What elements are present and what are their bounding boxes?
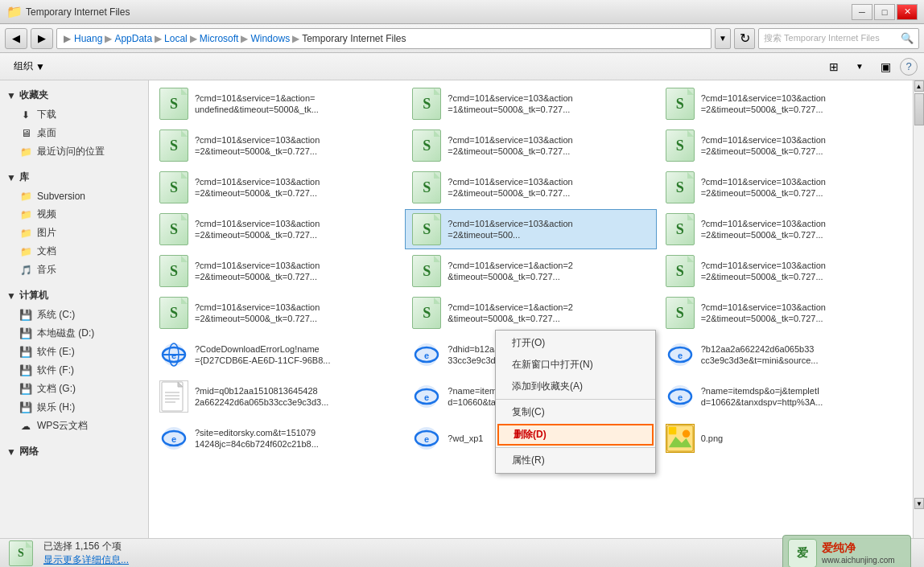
sidebar-item-drive-f[interactable]: 💾 软件 (F:) <box>0 361 148 380</box>
file-item[interactable]: S ?cmd=101&service=103&action=2&timeout=… <box>658 209 910 249</box>
ctx-copy[interactable]: 复制(C) <box>496 401 655 423</box>
search-box[interactable]: 搜索 Temporary Internet Files 🔍 <box>758 28 919 49</box>
ctx-open-new-window[interactable]: 在新窗口中打开(N) <box>496 354 655 376</box>
search-placeholder: 搜索 Temporary Internet Files <box>764 32 897 44</box>
sidebar-label-documents: 文档 <box>37 244 56 258</box>
back-button[interactable]: ◀ <box>5 28 27 49</box>
ctx-delete[interactable]: 删除(D) <box>497 424 654 446</box>
sidebar-item-drive-e[interactable]: 💾 软件 (E:) <box>0 343 148 361</box>
file-item[interactable]: S ?cmd=101&service=103&action=2&timeout=… <box>658 293 910 333</box>
forward-button[interactable]: ▶ <box>31 28 53 49</box>
file-item[interactable]: S ?cmd=101&service=103&action=2&timeout=… <box>152 293 403 333</box>
sidebar-item-drive-c[interactable]: 💾 系统 (C:) <box>0 306 148 324</box>
ctx-properties[interactable]: 属性(R) <box>496 450 655 471</box>
file-item[interactable]: S ?cmd=101&service=1&action=2&timeout=50… <box>405 293 656 333</box>
sidebar-label-drive-g: 文档 (G:) <box>37 382 76 396</box>
view-toggle-button[interactable]: ⊞ <box>823 56 845 77</box>
organize-button[interactable]: 组织 ▼ <box>6 56 52 77</box>
scroll-down-button[interactable]: ▼ <box>914 498 924 509</box>
drive-f-icon: 💾 <box>19 364 32 377</box>
sidebar-label-downloads: 下载 <box>37 108 56 121</box>
sidebar-item-desktop[interactable]: 🖥 桌面 <box>0 124 148 142</box>
search-icon: 🔍 <box>901 32 914 44</box>
vertical-scrollbar[interactable]: ▲ ▼ <box>913 80 924 538</box>
svg-text:e: e <box>424 351 429 360</box>
sidebar-item-recent[interactable]: 📁 最近访问的位置 <box>0 142 148 161</box>
close-button[interactable]: ✕ <box>897 4 918 20</box>
sidebar-item-music[interactable]: 🎵 音乐 <box>0 261 148 279</box>
file-item[interactable]: S ?cmd=101&service=103&action=2&timeout=… <box>152 209 403 249</box>
file-item[interactable]: S ?cmd=101&service=1&action=undefined&ti… <box>152 84 403 124</box>
sidebar-label-drive-d: 本地磁盘 (D:) <box>37 327 94 340</box>
file-item[interactable]: S ?cmd=101&service=103&action=2&timeout=… <box>152 125 403 166</box>
preview-pane-button[interactable]: ▣ <box>874 56 897 77</box>
svg-rect-30 <box>668 427 675 434</box>
file-item[interactable]: e ?CodeDownloadErrorLog!name={D27CDB6E-A… <box>152 335 403 375</box>
svg-text:e: e <box>171 351 176 360</box>
minimize-button[interactable]: ─ <box>852 4 872 20</box>
favorites-arrow-icon: ▼ <box>6 90 16 101</box>
sidebar-label-drive-f: 软件 (F:) <box>37 364 74 377</box>
status-selected-count: 已选择 1,156 个项 <box>43 540 129 553</box>
sidebar-item-drive-d[interactable]: 💾 本地磁盘 (D:) <box>0 324 148 343</box>
file-item[interactable]: S ?cmd=101&service=103&action=2&timeout=… <box>405 125 656 166</box>
sidebar-section-library[interactable]: ▼ 库 <box>0 167 148 187</box>
file-item[interactable]: ?mid=q0b12aa15108136454282a662242d6a065b… <box>152 376 403 417</box>
drive-h-icon: 💾 <box>19 401 32 414</box>
file-item[interactable]: S ?cmd=101&service=103&action=1&timeout=… <box>405 84 656 124</box>
sidebar-item-drive-g[interactable]: 💾 文档 (G:) <box>0 380 148 398</box>
file-item[interactable]: S ?cmd=101&service=103&action=2&timeout=… <box>658 167 910 207</box>
toolbar: 组织 ▼ ⊞ ▼ ▣ ? <box>0 53 924 80</box>
breadcrumb-appdata[interactable]: AppData <box>114 33 152 44</box>
file-item[interactable]: S ?cmd=101&service=103&action=2&timeout=… <box>658 84 910 124</box>
file-item[interactable]: S ?cmd=101&service=103&action=2&timeout=… <box>658 251 910 291</box>
file-item[interactable]: S ?cmd=101&service=1&action=2&timeout=50… <box>405 251 656 291</box>
sidebar-item-wps-cloud[interactable]: ☁ WPS云文档 <box>0 417 148 435</box>
help-button[interactable]: ? <box>900 58 918 76</box>
sidebar-item-drive-h[interactable]: 💾 娱乐 (H:) <box>0 398 148 417</box>
sidebar-section-network[interactable]: ▼ 网络 <box>0 442 148 462</box>
library-arrow-icon: ▼ <box>6 172 16 183</box>
breadcrumb-local[interactable]: Local <box>164 33 188 44</box>
scroll-thumb[interactable] <box>914 93 924 125</box>
sidebar-item-downloads[interactable]: ⬇ 下载 <box>0 105 148 124</box>
status-file-icon: S <box>6 540 35 566</box>
file-item[interactable]: S ?cmd=101&service=103&action=2&timeout=… <box>405 167 656 207</box>
refresh-button[interactable]: ↻ <box>734 28 755 49</box>
window-icon: 📁 <box>6 4 23 19</box>
breadcrumb-bar[interactable]: ▶ Huang ▶ AppData ▶ Local ▶ Microsoft ▶ … <box>56 28 712 49</box>
view-dropdown-button[interactable]: ▼ <box>848 56 871 77</box>
breadcrumb-microsoft[interactable]: Microsoft <box>200 33 239 44</box>
sidebar-item-pictures[interactable]: 📁 图片 <box>0 224 148 242</box>
file-area[interactable]: S ?cmd=101&service=1&action=undefined&ti… <box>149 80 913 538</box>
file-item[interactable]: S ?cmd=101&service=103&action=2&timeout=… <box>152 251 403 291</box>
organize-label: 组织 <box>14 60 33 73</box>
file-item[interactable]: e ?name=itemdsp&o=j&templetId=10662&tanx… <box>658 376 910 417</box>
scroll-up-button[interactable]: ▲ <box>914 80 924 92</box>
ctx-open[interactable]: 打开(O) <box>496 332 655 354</box>
maximize-button[interactable]: □ <box>874 4 895 20</box>
computer-arrow-icon: ▼ <box>6 290 16 302</box>
drive-c-icon: 💾 <box>19 309 32 322</box>
documents-icon: 📁 <box>19 245 32 258</box>
file-item[interactable]: S ?cmd=101&service=103&action=2&timeout=… <box>658 125 910 166</box>
address-dropdown-button[interactable]: ▼ <box>715 28 731 49</box>
breadcrumb-huang[interactable]: Huang <box>74 33 102 44</box>
drive-g-icon: 💾 <box>19 383 32 396</box>
file-item[interactable]: 0.png <box>658 418 910 458</box>
sidebar-item-documents[interactable]: 📁 文档 <box>0 242 148 261</box>
breadcrumb-arrow: ▶ <box>64 33 71 44</box>
sidebar-section-favorites[interactable]: ▼ 收藏夹 <box>0 85 148 105</box>
computer-section-label: 计算机 <box>19 289 48 302</box>
sidebar-item-subversion[interactable]: 📁 Subversion <box>0 187 148 205</box>
file-item[interactable]: e ?site=editorsky.com&t=15107914248jc=84… <box>152 418 403 458</box>
sidebar-section-computer[interactable]: ▼ 计算机 <box>0 286 148 306</box>
file-item[interactable]: S ?cmd=101&service=103&action=2&timeout=… <box>152 167 403 207</box>
file-item-selected[interactable]: S ?cmd=101&service=103&action=2&timeout=… <box>405 209 656 249</box>
ctx-add-favorites[interactable]: 添加到收藏夹(A) <box>496 376 655 397</box>
status-more-info-link[interactable]: 显示更多详细信息... <box>43 553 129 567</box>
address-bar: ◀ ▶ ▶ Huang ▶ AppData ▶ Local ▶ Microsof… <box>0 24 924 53</box>
sidebar-item-videos[interactable]: 📁 视频 <box>0 205 148 224</box>
breadcrumb-windows[interactable]: Windows <box>250 33 290 44</box>
file-item[interactable]: e ?b12aa2a662242d6a065b33cc3e9c3d3e&t=mi… <box>658 335 910 375</box>
